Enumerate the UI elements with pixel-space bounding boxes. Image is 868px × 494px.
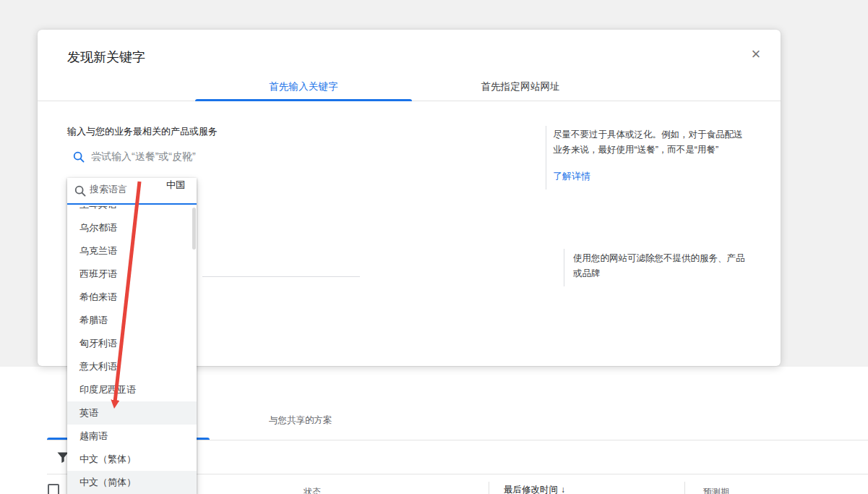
column-header-status[interactable]: 状态	[304, 486, 321, 494]
close-icon: ×	[752, 45, 761, 64]
sort-desc-icon: ↓	[561, 485, 565, 494]
language-option[interactable]: 希腊语	[67, 309, 197, 332]
column-header-last-modified-label: 最后修改时间	[504, 485, 558, 494]
location-value[interactable]: 中国	[166, 179, 185, 192]
column-header-forecast[interactable]: 预测期	[703, 486, 729, 494]
language-option[interactable]: 土耳其语	[67, 206, 197, 216]
language-option[interactable]: 印度尼西亚语	[67, 378, 197, 401]
search-icon	[72, 150, 85, 166]
language-option[interactable]: 中文（繁体）	[67, 448, 197, 471]
column-divider	[489, 482, 489, 494]
scrollbar-thumb[interactable]	[192, 208, 196, 250]
keyword-hint-text: 尽量不要过于具体或泛化。例如，对于食品配送业务来说，最好使用“送餐”，而不是“用…	[553, 127, 748, 158]
input-underline	[202, 276, 360, 277]
select-all-checkbox[interactable]	[48, 484, 59, 494]
site-hint-divider	[564, 249, 564, 286]
learn-more-link[interactable]: 了解详情	[553, 170, 590, 183]
tab-start-with-website[interactable]: 首先指定网站网址	[412, 72, 629, 101]
tab-start-with-keywords[interactable]: 首先输入关键字	[195, 72, 412, 101]
column-header-last-modified[interactable]: 最后修改时间↓	[504, 484, 565, 494]
language-option[interactable]: 希伯来语	[67, 286, 197, 309]
language-list: 土耳其语 乌尔都语 乌克兰语 西班牙语 希伯来语 希腊语 匈牙利语 意大利语 印…	[67, 206, 197, 494]
close-button[interactable]: ×	[744, 43, 768, 66]
search-icon	[74, 184, 87, 200]
language-option[interactable]: 越南语	[67, 425, 197, 448]
column-divider	[684, 482, 685, 494]
language-option[interactable]: 乌尔都语	[67, 216, 197, 239]
language-option[interactable]: 匈牙利语	[67, 332, 197, 355]
keyword-search-input[interactable]	[91, 147, 496, 166]
language-option[interactable]: 乌克兰语	[67, 239, 197, 263]
language-option[interactable]: 西班牙语	[67, 263, 197, 286]
modal-title: 发现新关键字	[67, 48, 145, 66]
language-option[interactable]: 中文（简体）	[67, 471, 197, 494]
tab-shared-plans[interactable]: 与您共享的方案	[269, 414, 332, 427]
keyword-input-label: 输入与您的业务最相关的产品或服务	[67, 125, 218, 138]
language-dropdown: 土耳其语 乌尔都语 乌克兰语 西班牙语 希伯来语 希腊语 匈牙利语 意大利语 印…	[67, 178, 197, 494]
active-tab-indicator	[195, 99, 412, 101]
screen: 与您共享的方案 状态 最后修改时间↓ 预测期 发现新关键字 × 首先输入关键字 …	[0, 0, 868, 494]
language-option-english[interactable]: 英语	[67, 401, 197, 425]
language-option[interactable]: 意大利语	[67, 355, 197, 378]
hint-divider	[546, 126, 546, 189]
site-hint-text: 使用您的网站可滤除您不提供的服务、产品或品牌	[573, 251, 749, 281]
